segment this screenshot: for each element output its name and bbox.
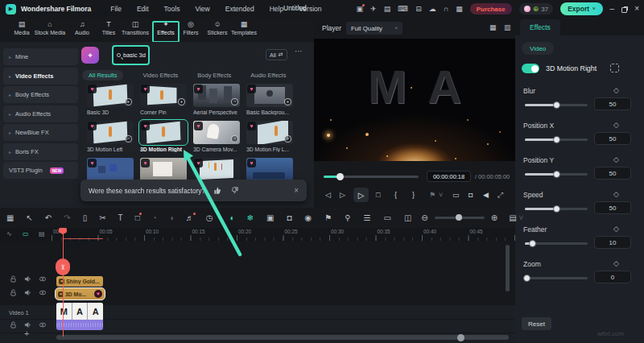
marquee-select-icon[interactable] (610, 64, 619, 72)
favorite-heart-icon[interactable]: ♥ (247, 122, 256, 130)
slider-track[interactable] (525, 208, 588, 210)
subtab-video[interactable]: Video (522, 42, 554, 55)
slider-value[interactable]: 50 (594, 132, 631, 145)
slider-value[interactable]: 50 (594, 97, 631, 110)
result-tab-all-results[interactable]: All Results (82, 70, 123, 81)
slider-value[interactable]: 50 (594, 167, 631, 180)
mute-track-icon[interactable] (24, 321, 31, 329)
menu-file[interactable]: File (110, 5, 122, 13)
voiceover-icon[interactable]: ⚲ (345, 214, 350, 222)
zoom-slider-handle[interactable] (456, 214, 462, 221)
tab-templates[interactable]: ▦Templates (231, 20, 257, 35)
hide-track-icon[interactable] (39, 275, 47, 283)
media-browser-icon[interactable]: ▦ (6, 214, 14, 222)
sidebar-item-vst3-plugin[interactable]: VST3 PluginNEW (3, 162, 78, 179)
share-icon[interactable]: ✈ (370, 6, 377, 13)
tab-titles[interactable]: TTitles (102, 20, 115, 35)
compound-clip-icon[interactable]: ▭ (383, 214, 390, 222)
lock-track-icon[interactable] (10, 321, 17, 329)
quality-dropdown[interactable]: Full Quality ˅ (346, 22, 402, 35)
favorite-heart-icon[interactable]: ♥ (194, 159, 203, 167)
result-tab-audio-effects[interactable]: Audio Effects (250, 72, 286, 79)
tab-stock-media[interactable]: ⌂Stock Media (35, 20, 66, 35)
effect-item-3d-motion-left[interactable]: ♥◔3D Motion Left (87, 121, 134, 152)
hide-track-icon[interactable] (39, 289, 47, 296)
horizontal-scrollbar[interactable] (56, 335, 509, 340)
tab-effects[interactable]: Effects (520, 19, 560, 35)
effect-item-basic-3d[interactable]: ♥+Basic 3D (87, 84, 134, 115)
sidebar-item-mine[interactable]: ▸Mine (3, 48, 78, 65)
keyframe-icon[interactable]: ◇ (613, 190, 619, 198)
video-preview[interactable]: MA (314, 39, 515, 161)
redo-icon[interactable]: ↷ (64, 214, 70, 222)
slider-handle[interactable] (523, 275, 530, 282)
favorite-heart-icon[interactable]: ♥ (247, 85, 256, 93)
ab-roll-icon[interactable]: ◫ (404, 214, 411, 222)
effect-thumbnail[interactable]: ♥ (140, 158, 187, 181)
result-tab-body-effects[interactable]: Body Effects (197, 72, 231, 79)
keyframe-icon[interactable]: ◇ (613, 86, 619, 94)
play-button[interactable]: ▷ (353, 188, 369, 202)
restore-button[interactable] (621, 7, 627, 13)
effect-thumbnail[interactable]: ♥ (140, 121, 187, 144)
credits-pill[interactable]: ⊕ 37 (519, 3, 553, 14)
menu-edit[interactable]: Edit (137, 5, 149, 13)
mute-track-icon[interactable] (24, 275, 31, 283)
tab-filters[interactable]: ◎Filters (183, 20, 198, 35)
sidebar-item-body-effects[interactable]: ▸Body Effects (3, 86, 78, 103)
effect-item-3d-motion-right[interactable]: ♥3D Motion Right (140, 121, 187, 152)
crop-icon[interactable]: □ (135, 214, 140, 222)
slider-track[interactable] (525, 104, 588, 106)
tab-media[interactable]: ▤Media (14, 20, 29, 35)
sidebar-item-boris-fx[interactable]: ▸Boris FX (3, 143, 78, 160)
snapshot-icon[interactable]: ◘ (287, 214, 291, 222)
effect-thumbnail[interactable]: ♥ (193, 158, 240, 181)
next-frame-button[interactable]: ▷ (340, 192, 345, 199)
undo-icon[interactable]: ↶ (45, 214, 52, 222)
search-input[interactable]: basic 3d (112, 45, 150, 65)
speed-ramp-icon[interactable]: ◔ (152, 214, 157, 222)
marker-icon[interactable]: ⚑ (324, 214, 332, 222)
adjustment-icon[interactable]: ☰ (363, 214, 370, 222)
favorite-heart-icon[interactable]: ♥ (141, 122, 150, 130)
language-filter-button[interactable]: All ⇄ (266, 49, 287, 60)
keyframe-icon[interactable]: ◇ (613, 121, 619, 129)
effect-item-basic-backgrou[interactable]: ♥+Basic Backgrou... (246, 84, 293, 115)
display-device-button[interactable]: ▭ (452, 192, 460, 199)
effect-thumbnail[interactable]: ♥+ (140, 84, 187, 107)
workspace-icon[interactable]: ▦ (456, 6, 463, 13)
slider-value[interactable]: 10 (594, 236, 631, 249)
sidebar-item-newblue-fx[interactable]: ▸NewBlue FX (3, 124, 78, 141)
chevron-down-icon[interactable]: ˅ (439, 192, 443, 199)
mark-out-button[interactable]: } (412, 192, 415, 199)
track-height-icon[interactable]: ▤ (509, 214, 516, 222)
tab-stickers[interactable]: ☺Stickers (208, 20, 228, 35)
preview-render-icon[interactable]: ◉ (304, 214, 312, 222)
mask-icon[interactable]: ◖ (229, 214, 234, 222)
mute-track-icon[interactable] (24, 289, 31, 296)
effect-thumbnail[interactable]: ♥+ (87, 84, 134, 107)
slider-track[interactable] (525, 138, 588, 141)
add-effect-icon[interactable]: + (125, 98, 132, 105)
stop-button[interactable]: □ (376, 192, 380, 199)
menu-help[interactable]: Help (270, 5, 283, 13)
menu-tools[interactable]: Tools (164, 5, 180, 13)
pointer-tool-icon[interactable]: ↖ (26, 214, 32, 222)
effect-item-3d-motion-fly-l[interactable]: ♥◔3D Motion Fly L... (246, 121, 293, 152)
export-button[interactable]: Export ˅ (560, 2, 602, 15)
render-preview-icon[interactable]: ▤ (39, 231, 45, 238)
save-icon[interactable]: ⊟ (415, 6, 422, 13)
effect-thumbnail[interactable]: ♥ (87, 158, 134, 181)
slider-handle[interactable] (553, 205, 560, 213)
delete-icon[interactable]: ▯ (83, 214, 88, 222)
tab-effects[interactable]: ✦Effects (157, 20, 174, 35)
effect-thumbnail[interactable]: ♥+ (246, 84, 293, 107)
effect-thumbnail[interactable]: ♥◔ (193, 121, 240, 144)
tab-audio[interactable]: ♫Audio (75, 20, 89, 35)
track-height-control[interactable]: ▤˅ (509, 214, 523, 222)
device-icon[interactable]: ⌨ (398, 6, 408, 13)
add-effect-icon[interactable]: + (178, 98, 185, 105)
thumbs-down-icon[interactable] (230, 186, 239, 195)
favorite-heart-icon[interactable]: ♥ (88, 159, 97, 167)
auto-ripple-icon[interactable]: ▭ (23, 231, 29, 238)
